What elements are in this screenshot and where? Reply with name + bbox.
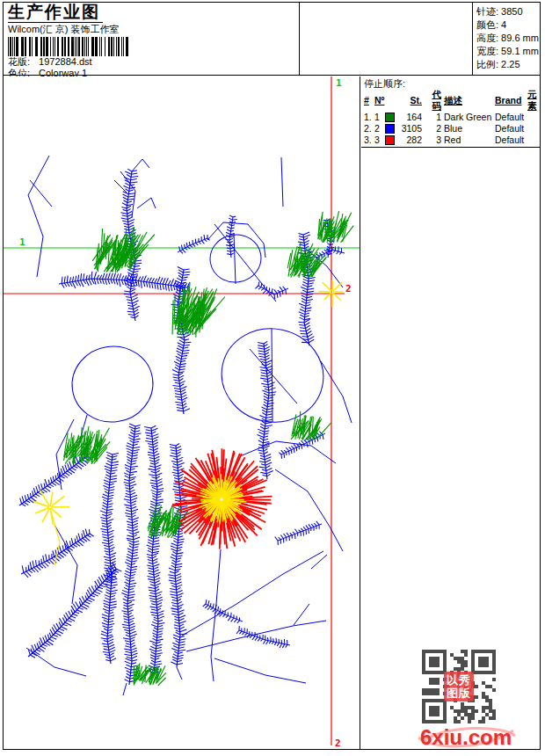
color-swatch: [385, 135, 395, 145]
column-header: Nº: [374, 95, 385, 106]
column-header: St.: [399, 95, 425, 106]
header-field: 花版: 1972884.dst: [8, 56, 299, 68]
color-swatch: [385, 124, 395, 134]
seq-cell-description: Yellow: [444, 146, 495, 148]
column-header: Brand: [495, 95, 527, 106]
field-value: 1972884.dst: [36, 56, 92, 67]
watermark-text: 6xiu.com: [420, 725, 512, 750]
column-header: 描述: [444, 95, 495, 106]
page-frame: 生产作业图 Wilcom(汇 京) 装饰工作室 花版: 1972884.dst色…: [3, 2, 541, 750]
seq-cell-swatch: [385, 135, 399, 145]
svg-text:1: 1: [336, 77, 342, 89]
stat-line: 高度: 89.6 mm: [476, 32, 540, 45]
seq-cell-code: 1: [425, 112, 444, 123]
seq-cell-index: 1.: [364, 112, 374, 123]
copyright-stamp: 以秀图版: [444, 672, 474, 701]
barcode-icon: [8, 37, 131, 56]
right-column: 停止顺序: #NºSt.代码描述Brand元素1.11641Dark Green…: [361, 76, 541, 749]
seq-cell-swatch: [385, 113, 399, 122]
seq-cell-number: 3: [374, 134, 385, 146]
design-preview: 1122: [4, 76, 360, 749]
stop-sequence-table: 停止顺序: #NºSt.代码描述Brand元素1.11641Dark Green…: [361, 76, 541, 148]
seq-cell-description: Red: [444, 134, 495, 146]
column-header: #: [364, 95, 374, 106]
seq-cell-stitches: 3105: [399, 123, 425, 134]
seq-cell-code: 2: [425, 123, 444, 134]
watermark: 6xiu.com: [415, 723, 520, 751]
seq-cell-brand: Default: [495, 146, 527, 148]
stop-sequence-title: 停止顺序:: [364, 78, 540, 89]
seq-cell-code: 3: [425, 134, 444, 146]
seq-cell-code: 4: [425, 146, 444, 148]
field-label: 花版:: [8, 56, 36, 68]
header: 生产作业图 Wilcom(汇 京) 装饰工作室 花版: 1972884.dst色…: [4, 3, 540, 76]
stat-line: 比例: 2.25: [476, 58, 540, 71]
design-canvas: 1122: [4, 76, 360, 749]
title-section: 生产作业图 Wilcom(汇 京) 装饰工作室 花版: 1972884.dst色…: [4, 3, 300, 76]
svg-text:1: 1: [19, 236, 25, 248]
seq-cell-swatch: [385, 124, 399, 134]
seq-cell-stitches: 282: [399, 134, 425, 146]
seq-cell-stitches: 297: [399, 146, 425, 148]
page-title: 生产作业图: [8, 4, 103, 23]
seq-cell-brand: Default: [495, 112, 527, 123]
stats-section: 针迹: 3850颜色: 4高度: 89.6 mm宽度: 59.1 mm比例: 2…: [472, 3, 540, 76]
seq-cell-description: Blue: [444, 123, 495, 134]
seq-cell-number: 1: [374, 112, 385, 123]
color-swatch: [385, 113, 395, 122]
column-header: 代码: [425, 89, 444, 112]
seq-cell-index: 2.: [364, 123, 374, 134]
seq-cell-stitches: 164: [399, 112, 425, 123]
seq-cell-description: Dark Green: [444, 112, 495, 123]
column-header: 元素: [527, 89, 540, 112]
seq-cell-number: 2: [374, 123, 385, 134]
svg-text:2: 2: [345, 283, 352, 294]
seq-cell-brand: Default: [495, 123, 527, 134]
seq-cell-swatch: [385, 147, 399, 148]
seq-cell-brand: Default: [495, 134, 527, 146]
stat-line: 宽度: 59.1 mm: [476, 45, 540, 58]
production-worksheet-page: 生产作业图 Wilcom(汇 京) 装饰工作室 花版: 1972884.dst色…: [0, 0, 545, 756]
stat-line: 颜色: 4: [476, 18, 540, 32]
stat-line: 针迹: 3850: [476, 5, 540, 18]
color-swatch: [385, 147, 395, 148]
seq-cell-index: 3.: [364, 134, 374, 146]
seq-cell-number: 4: [374, 146, 385, 148]
studio-name: Wilcom(汇 京) 装饰工作室: [8, 24, 299, 35]
svg-text:2: 2: [335, 738, 341, 749]
seq-cell-index: 4.: [364, 146, 374, 148]
